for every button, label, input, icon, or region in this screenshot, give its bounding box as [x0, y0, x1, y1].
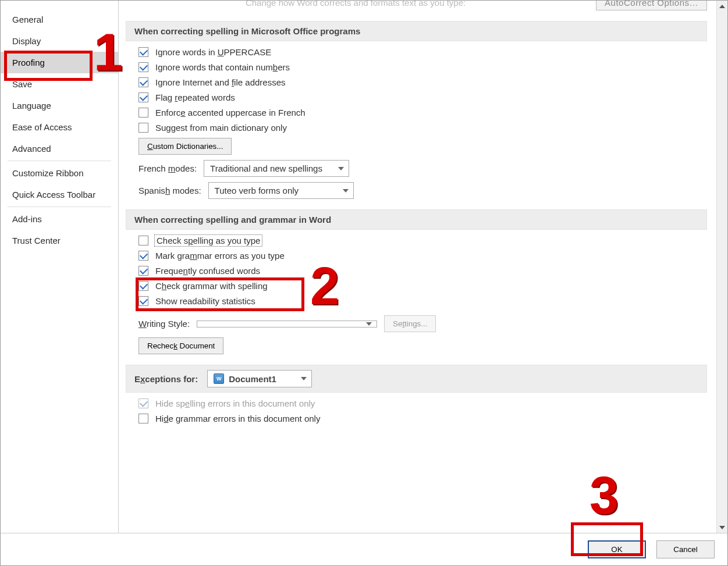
scroll-down-arrow-icon[interactable] — [717, 522, 727, 533]
proofing-panel: Change how Word corrects and formats tex… — [119, 1, 716, 533]
label-flag-repeated: Flag repeated words — [155, 92, 235, 102]
word-options-dialog: General Display Proofing Save Language E… — [0, 0, 728, 566]
label-ignore-numbers: Ignore words that contain numbers — [155, 62, 290, 72]
checkbox-readability[interactable] — [139, 296, 148, 306]
sidebar-item-language[interactable]: Language — [1, 95, 118, 116]
sidebar-item-save[interactable]: Save — [1, 73, 118, 95]
dialog-footer: OK Cancel — [1, 533, 727, 565]
select-writing-style[interactable] — [197, 321, 377, 328]
label-readability: Show readability statistics — [155, 296, 255, 306]
checkbox-flag-repeated[interactable] — [139, 92, 148, 102]
checkbox-hide-grammar-errors[interactable] — [139, 414, 148, 423]
label-exceptions-for: Exceptions for: — [134, 374, 198, 384]
autocorrect-options-button[interactable]: AutoCorrect Options… — [596, 1, 707, 10]
options-sidebar: General Display Proofing Save Language E… — [1, 1, 119, 533]
recheck-document-button[interactable]: Recheck Document — [139, 337, 223, 354]
label-check-spelling-as-type: Check spelling as you type — [155, 236, 261, 245]
sidebar-item-display[interactable]: Display — [1, 30, 118, 52]
section-header-exceptions: Exceptions for: W Document1 — [126, 365, 707, 393]
sidebar-item-ease-of-access[interactable]: Ease of Access — [1, 116, 118, 138]
sidebar-item-advanced[interactable]: Advanced — [1, 138, 118, 159]
label-grammar-with-spelling: Check grammar with spelling — [155, 281, 268, 291]
label-main-dictionary: Suggest from main dictionary only — [155, 123, 287, 133]
vertical-scrollbar[interactable] — [716, 1, 727, 533]
sidebar-item-general[interactable]: General — [1, 9, 118, 30]
label-hide-grammar-errors: Hide grammar errors in this document onl… — [155, 414, 320, 423]
writing-style-settings-button[interactable]: Settings... — [384, 315, 436, 332]
checkbox-confused-words[interactable] — [139, 266, 148, 276]
sidebar-separator — [8, 207, 111, 207]
sidebar-separator — [8, 161, 111, 161]
exceptions-document-value: Document1 — [229, 374, 276, 384]
checkbox-mark-grammar[interactable] — [139, 251, 148, 261]
checkbox-ignore-internet[interactable] — [139, 77, 148, 87]
sidebar-item-trust-center[interactable]: Trust Center — [1, 230, 118, 251]
checkbox-ignore-numbers[interactable] — [139, 62, 148, 72]
checkbox-main-dictionary[interactable] — [139, 123, 148, 133]
label-ignore-uppercase: Ignore words in UPPERCASE — [155, 47, 271, 57]
select-exceptions-document[interactable]: W Document1 — [207, 370, 312, 387]
sidebar-item-add-ins[interactable]: Add-ins — [1, 208, 118, 230]
label-hide-spelling-errors: Hide spelling errors in this document on… — [155, 398, 315, 408]
scroll-up-arrow-icon[interactable] — [717, 1, 727, 12]
ok-button[interactable]: OK — [588, 540, 646, 558]
checkbox-grammar-with-spelling[interactable] — [139, 281, 148, 291]
select-french-modes[interactable]: Traditional and new spellings — [204, 160, 349, 177]
select-spanish-modes[interactable]: Tuteo verb forms only — [208, 182, 354, 199]
checkbox-enforce-accent[interactable] — [139, 108, 148, 118]
custom-dictionaries-button[interactable]: Custom Dictionaries... — [139, 138, 232, 155]
section-header-spelling-word: When correcting spelling and grammar in … — [126, 209, 707, 230]
label-ignore-internet: Ignore Internet and file addresses — [155, 77, 286, 87]
checkbox-hide-spelling-errors — [139, 398, 148, 408]
label-mark-grammar: Mark grammar errors as you type — [155, 251, 285, 261]
label-writing-style: Writing Style: — [139, 319, 190, 329]
section-header-spelling-office: When correcting spelling in Microsoft Of… — [126, 21, 707, 41]
label-spanish-modes: Spanish modes: — [139, 186, 201, 195]
autocorrect-intro-text: Change how Word corrects and formats tex… — [126, 1, 585, 8]
sidebar-item-proofing[interactable]: Proofing — [1, 52, 118, 73]
label-enforce-accent: Enforce accented uppercase in French — [155, 108, 306, 118]
word-document-icon: W — [214, 373, 224, 384]
cancel-button[interactable]: Cancel — [656, 540, 715, 558]
checkbox-ignore-uppercase[interactable] — [139, 47, 148, 57]
sidebar-item-customize-ribbon[interactable]: Customize Ribbon — [1, 162, 118, 184]
label-confused-words: Frequently confused words — [155, 266, 260, 276]
label-french-modes: French modes: — [139, 163, 197, 173]
checkbox-check-spelling-as-type[interactable] — [139, 236, 148, 245]
sidebar-item-quick-access-toolbar[interactable]: Quick Access Toolbar — [1, 184, 118, 205]
